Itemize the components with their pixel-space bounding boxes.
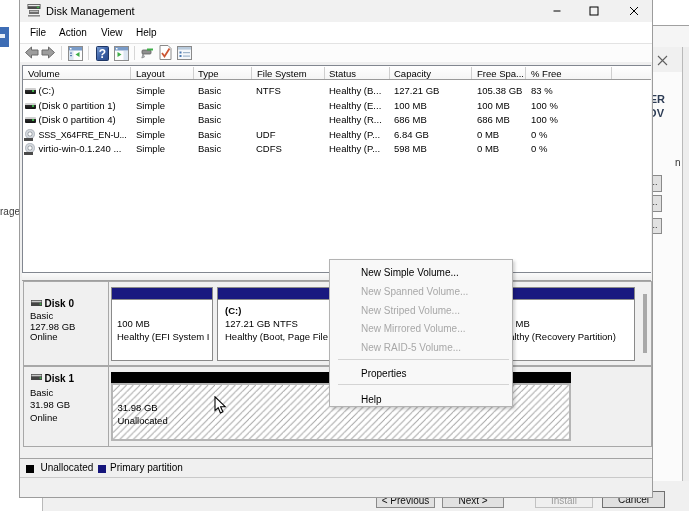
- svg-text:?: ?: [99, 47, 106, 61]
